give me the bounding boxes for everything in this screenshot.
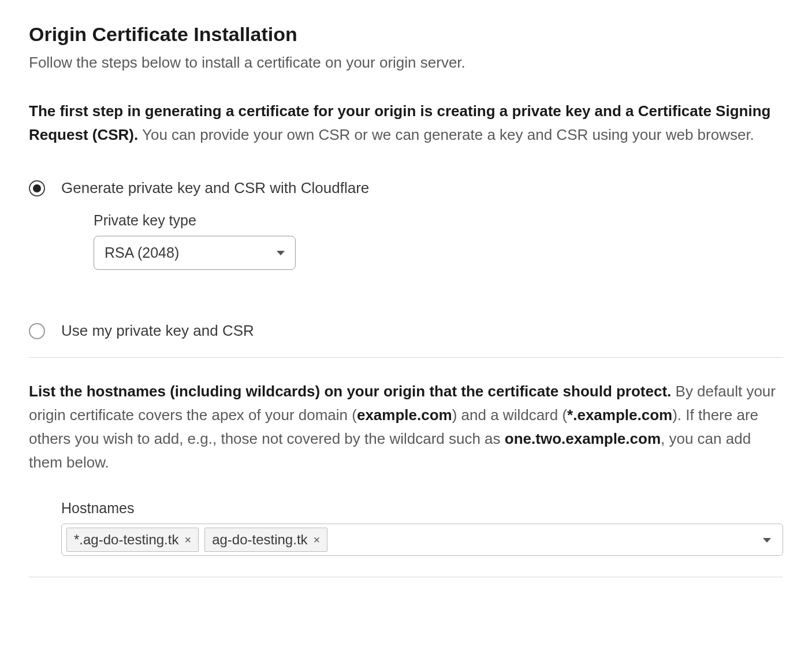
intro-paragraph: The first step in generating a certifica… [29, 99, 783, 147]
hostnames-intro-bold1: List the hostnames (including wildcards)… [29, 383, 671, 400]
intro-rest: You can provide your own CSR or we can g… [138, 126, 754, 143]
divider [29, 577, 783, 577]
radio-button-own[interactable] [29, 323, 45, 339]
hostnames-block: Hostnames *.ag-do-testing.tk × ag-do-tes… [61, 500, 783, 556]
hostname-tag: *.ag-do-testing.tk × [66, 528, 199, 552]
page-subtitle: Follow the steps below to install a cert… [29, 54, 783, 72]
hostnames-dropdown-toggle[interactable] [757, 535, 777, 545]
hostnames-label: Hostnames [61, 500, 783, 517]
hostnames-intro-bold3: *.example.com [567, 406, 672, 424]
hostnames-intro-bold4: one.two.example.com [505, 430, 661, 447]
private-key-type-value: RSA (2048) [105, 244, 179, 261]
private-key-type-select[interactable]: RSA (2048) [94, 236, 296, 270]
hostnames-intro: List the hostnames (including wildcards)… [29, 380, 783, 474]
radio-option-generate[interactable]: Generate private key and CSR with Cloudf… [29, 179, 783, 305]
divider [29, 357, 783, 358]
private-key-section: Private key type RSA (2048) [94, 212, 369, 270]
hostname-tag-text: *.ag-do-testing.tk [74, 532, 178, 548]
radio-option-own[interactable]: Use my private key and CSR [29, 322, 783, 340]
hostnames-tags: *.ag-do-testing.tk × ag-do-testing.tk × [66, 528, 327, 552]
hostname-tag: ag-do-testing.tk × [204, 528, 327, 552]
radio-label-generate: Generate private key and CSR with Cloudf… [61, 179, 369, 197]
radio-button-generate[interactable] [29, 180, 45, 196]
radio-label-own: Use my private key and CSR [61, 322, 254, 340]
hostnames-intro-bold2: example.com [357, 406, 452, 424]
hostname-tag-text: ag-do-testing.tk [212, 532, 307, 548]
caret-down-icon [763, 538, 771, 543]
page-title: Origin Certificate Installation [29, 23, 783, 46]
caret-down-icon [277, 251, 285, 255]
private-key-type-label: Private key type [94, 212, 369, 229]
hostnames-intro-part3: ) and a wildcard ( [452, 406, 567, 424]
hostnames-input[interactable]: *.ag-do-testing.tk × ag-do-testing.tk × [61, 524, 783, 556]
remove-tag-icon[interactable]: × [314, 534, 321, 546]
remove-tag-icon[interactable]: × [184, 534, 191, 546]
